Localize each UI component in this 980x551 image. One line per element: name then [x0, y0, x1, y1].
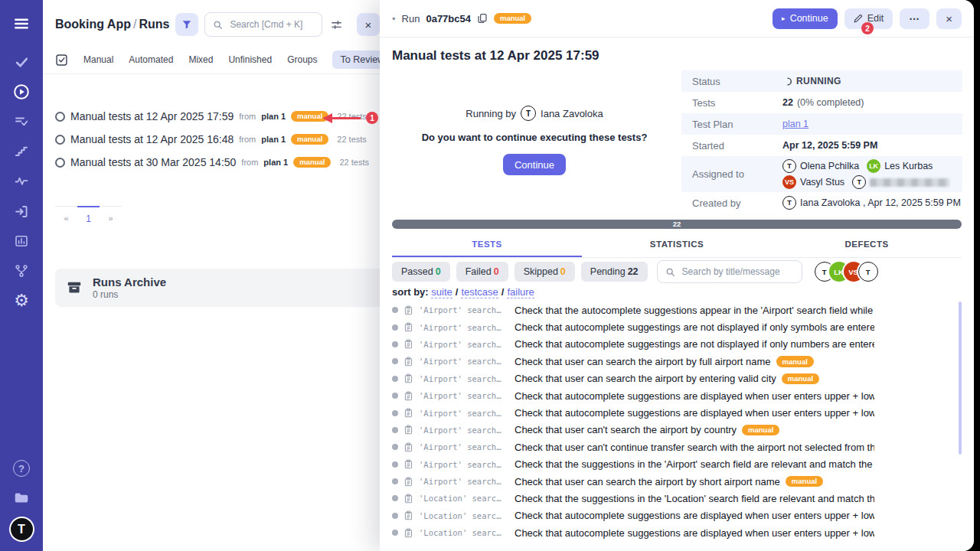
run-item-title[interactable]: Manual tests at 12 Apr 2025 16:48: [70, 133, 234, 145]
test-list-scrollbar[interactable]: [959, 302, 962, 455]
tab-defects[interactable]: DEFECTS: [772, 233, 962, 257]
test-title[interactable]: Check that autocomplete suggestings are …: [514, 338, 874, 350]
test-row[interactable]: 'Airport' search…Check that autocomplete…: [392, 387, 962, 404]
runner-avatar: T: [521, 106, 536, 121]
test-row[interactable]: 'Airport' search…Check that the autocomp…: [392, 302, 962, 318]
close-run-detail-button[interactable]: ×: [936, 8, 962, 29]
test-title[interactable]: Check that user can search the airport b…: [514, 356, 771, 367]
run-plan-name: plan 1: [261, 135, 286, 144]
menu-icon[interactable]: [9, 14, 34, 34]
continue-prompt-button[interactable]: Continue: [503, 154, 566, 175]
test-title[interactable]: Check that user can't continue transfer …: [514, 442, 874, 453]
assignee-name: Vasyl Stus: [800, 177, 844, 187]
test-title[interactable]: Check that autocomplete suggestions are …: [514, 407, 874, 419]
projects-folder-icon[interactable]: [9, 488, 34, 508]
test-title[interactable]: Check that autocomplete suggestions are …: [514, 390, 874, 402]
run-item-title[interactable]: Manual tests at 12 Apr 2025 17:59: [70, 110, 234, 122]
test-title[interactable]: Check that the suggestions in the 'Locat…: [514, 493, 874, 504]
tab-statistics[interactable]: STATISTICS: [582, 233, 772, 257]
test-row[interactable]: 'Airport' search…Check that user can sea…: [392, 370, 962, 387]
test-row[interactable]: 'Location' searc…Check that the suggesti…: [392, 490, 962, 507]
run-from-label: from: [239, 135, 256, 144]
branch-icon[interactable]: [9, 261, 34, 281]
test-title[interactable]: Check that user can search the airport b…: [514, 476, 780, 487]
sort-link-suite[interactable]: suite: [431, 286, 452, 298]
detail-row-plan: Test Plan plan 1: [681, 113, 962, 135]
test-row[interactable]: 'Airport' search…Check that user can't c…: [392, 439, 962, 455]
tests-search-input[interactable]: [681, 266, 794, 278]
runs-tab-unfinished[interactable]: Unfinished: [228, 54, 272, 65]
sign-in-icon[interactable]: [9, 201, 34, 221]
tests-search[interactable]: [657, 260, 802, 283]
runs-tab-mixed[interactable]: Mixed: [188, 54, 213, 65]
select-all-checkbox-icon[interactable]: [55, 54, 68, 67]
runs-search[interactable]: [204, 12, 322, 37]
run-item-title[interactable]: Manual tests at 30 Mar 2025 14:50: [70, 156, 236, 168]
test-row[interactable]: 'Airport' search…Check that user can sea…: [392, 353, 962, 370]
status-value: RUNNING: [796, 76, 841, 86]
run-details-table: Status RUNNING Tests 22 (0% completed) T…: [681, 70, 962, 214]
test-row[interactable]: 'Airport' search…Check that user can't s…: [392, 422, 962, 439]
activity-pulse-icon[interactable]: [9, 171, 34, 191]
close-runs-panel-button[interactable]: ×: [357, 13, 380, 36]
runs-tab-groups[interactable]: Groups: [287, 54, 317, 65]
runs-tab-manual[interactable]: Manual: [83, 54, 113, 65]
archive-count: 0 runs: [93, 289, 166, 300]
pagination-prev-button[interactable]: «: [55, 206, 77, 230]
settings-gear-icon[interactable]: ⚙: [9, 291, 34, 311]
testcase-icon: [403, 339, 413, 349]
annotation-badge-1: 1: [366, 112, 378, 124]
run-detail-tabs: TESTSSTATISTICSDEFECTS: [392, 233, 962, 258]
detail-row-created: Created by T Iana Zavoloka , Apr 12, 202…: [681, 192, 962, 214]
copy-icon[interactable]: [477, 13, 488, 24]
run-progress-bar: 22: [392, 220, 962, 229]
help-icon[interactable]: ?: [9, 458, 34, 478]
reports-chart-icon[interactable]: [9, 231, 34, 251]
more-actions-button[interactable]: ⋯: [900, 8, 929, 29]
test-plan-link[interactable]: plan 1: [782, 119, 808, 129]
runs-tab-to-review[interactable]: To Review: [332, 51, 380, 69]
runs-search-input[interactable]: [228, 18, 314, 31]
run-list-item[interactable]: Manual tests at 30 Mar 2025 14:50frompla…: [43, 151, 380, 174]
test-title[interactable]: Check that autocomplete suggestions are …: [514, 510, 874, 521]
test-row[interactable]: 'Location' searc…Check that autocomplete…: [392, 524, 962, 541]
test-title[interactable]: Check that autocomplete suggestings are …: [514, 321, 874, 333]
assignee: T: [852, 175, 949, 189]
test-row[interactable]: 'Airport' search…Check that autocomplete…: [392, 318, 962, 335]
view-settings-button[interactable]: [328, 17, 345, 33]
test-row[interactable]: 'Airport' search…Check that the suggesti…: [392, 456, 962, 473]
run-list-item[interactable]: Manual tests at 12 Apr 2025 16:48frompla…: [43, 128, 380, 151]
test-row[interactable]: 'Airport' search…Check that autocomplete…: [392, 336, 962, 353]
filter-chip-failed[interactable]: Failed0: [456, 262, 508, 282]
test-row[interactable]: 'Location' searc…Check that autocomplete…: [392, 507, 962, 524]
user-avatar[interactable]: T: [11, 518, 33, 540]
steps-icon[interactable]: [9, 142, 34, 161]
tasks-check-icon[interactable]: [9, 52, 34, 72]
group-avatar[interactable]: T: [858, 262, 878, 282]
filter-button[interactable]: [175, 13, 198, 36]
assignee-avatar: VS: [782, 175, 796, 189]
test-title[interactable]: Check that user can't search the airport…: [514, 424, 737, 435]
test-title[interactable]: Check that autocomplete suggestions are …: [514, 527, 874, 539]
suites-list-icon[interactable]: [9, 112, 34, 132]
pagination-page-1[interactable]: 1: [77, 206, 100, 230]
filter-chip-pending[interactable]: Pending22: [581, 262, 648, 282]
runs-archive-row[interactable]: Runs Archive 0 runs: [55, 269, 380, 307]
runs-tab-automated[interactable]: Automated: [129, 54, 173, 65]
test-title[interactable]: Check that user can search the airport b…: [514, 373, 776, 384]
sort-link-failure[interactable]: failure: [507, 286, 534, 298]
pagination-next-button[interactable]: »: [100, 206, 122, 230]
assignee-avatar: T: [782, 159, 796, 173]
assignee-name: Olena Pchilka: [800, 161, 859, 171]
test-row[interactable]: 'Airport' search…Check that autocomplete…: [392, 404, 962, 421]
continue-run-button[interactable]: ▸ Continue: [773, 8, 838, 29]
runs-play-icon[interactable]: [9, 82, 34, 102]
sort-link-testcase[interactable]: testcase: [461, 286, 498, 298]
test-title[interactable]: Check that the suggestions in the 'Airpo…: [514, 458, 874, 470]
tab-tests[interactable]: TESTS: [392, 233, 582, 257]
filter-chip-passed[interactable]: Passed0: [392, 262, 450, 282]
test-row[interactable]: 'Airport' search…Check that user can sea…: [392, 473, 962, 490]
test-title[interactable]: Check that the autocomplete suggestions …: [514, 305, 874, 316]
filter-chip-skipped[interactable]: Skipped0: [514, 262, 575, 282]
breadcrumb-project[interactable]: Booking App: [55, 18, 131, 31]
